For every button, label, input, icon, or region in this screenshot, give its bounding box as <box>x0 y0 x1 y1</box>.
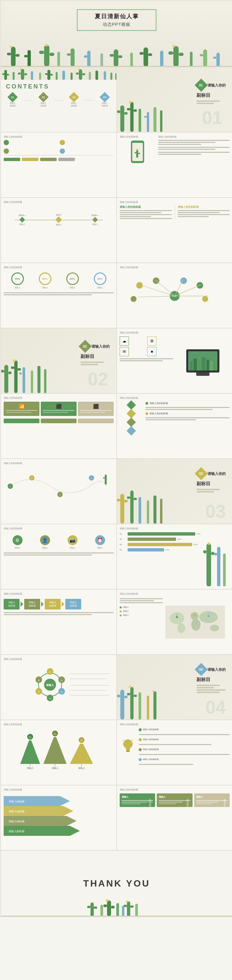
circles-row: 75% 请输入 60% 请输入 85% 请输入 50% 请输入 <box>4 272 114 289</box>
svg-point-58 <box>78 68 80 70</box>
svg-marker-174 <box>70 741 93 764</box>
mountain-diagram: 01 02 03 请输入 请输入 请输入 <box>4 727 114 770</box>
divider-vert <box>175 205 175 220</box>
bulb-item-4: 请输入您的副标题 <box>139 758 230 761</box>
svg-rect-22 <box>173 46 179 67</box>
svg-rect-46 <box>56 72 58 80</box>
slide-cycle: 请输入您的副标题 请输入 01 02 03 04 <box>1 655 117 720</box>
svg-rect-109 <box>105 474 107 485</box>
title-border-box: 夏日清新仙人掌 动态PPT模板 <box>77 9 156 31</box>
svg-rect-66 <box>147 112 149 132</box>
tl-diamond-1 <box>19 217 25 223</box>
svg-rect-90 <box>37 366 40 393</box>
svg-rect-16 <box>118 55 122 58</box>
svg-point-137 <box>194 614 195 616</box>
svg-rect-48 <box>71 73 73 80</box>
ccard-green: 请输入 <box>120 794 155 807</box>
svg-point-134 <box>210 625 219 632</box>
svg-marker-173 <box>43 734 67 764</box>
dot-1 <box>4 140 9 145</box>
svg-rect-163 <box>124 696 128 698</box>
slide-monitor: 请输入您的副标题 ☁ ⚙ ✉ ★ <box>117 328 232 393</box>
svg-text:请输入: 请输入 <box>46 684 54 687</box>
slide-row-6: 02 02 请输入你的 副标目 <box>1 328 232 393</box>
slide-diamonds: 请输入您的副标题 请输入您的副标题 <box>117 393 232 459</box>
svg-rect-188 <box>126 748 130 751</box>
svg-rect-211 <box>100 905 103 916</box>
svg-rect-223 <box>1 916 232 916</box>
circle-2: 60% 请输入 <box>39 272 51 289</box>
circle-1: 75% 请输入 <box>11 272 24 289</box>
ccard-tan: 请输入 <box>194 794 230 807</box>
svg-rect-1 <box>7 53 11 55</box>
section03-content: 03 请输入你的 副标目 <box>197 469 226 493</box>
svg-rect-162 <box>117 695 120 697</box>
slide-6: 请输入您的副标题 2016— 请输入 2017 请输入 2018— 请输入 <box>1 197 117 263</box>
svg-text:06: 06 <box>38 679 40 681</box>
contents-item-2: 02 请输入副标题 <box>37 94 50 107</box>
svg-rect-61 <box>124 112 128 115</box>
svg-rect-26 <box>203 49 207 67</box>
svg-line-78 <box>175 284 201 296</box>
phone-screen <box>132 143 143 161</box>
svg-rect-166 <box>133 695 137 697</box>
svg-rect-91 <box>44 369 46 393</box>
slide-wavy: 请输入您的副标题 1 2 3 4 <box>1 459 117 524</box>
phone-mockup <box>131 140 144 163</box>
slide-row-7: 请输入您的副标题 📶 ⬛ ⬛ <box>1 393 232 459</box>
svg-rect-218 <box>124 905 127 907</box>
slide-5-left: 请输入您的副标题 <box>120 135 156 194</box>
svg-rect-204 <box>148 801 149 802</box>
svg-rect-51 <box>82 73 85 75</box>
slide-mountain: 请输入您的副标题 01 02 03 请输入 请输入 <box>1 720 117 785</box>
svg-rect-55 <box>110 73 112 80</box>
slide-4: 请输入您的副标题 <box>1 132 117 197</box>
svg-rect-168 <box>147 696 149 719</box>
svg-rect-73 <box>138 153 140 154</box>
bulb-items: 请输入您的副标题 请输入您的副标题 请输入您的副标题 <box>139 728 230 766</box>
section04-content: 04 请输入你的 副标目 <box>197 665 226 694</box>
svg-point-170 <box>129 686 132 688</box>
section04-watermark: 04 <box>205 697 226 718</box>
svg-point-57 <box>20 68 22 70</box>
svg-rect-35 <box>2 73 4 75</box>
section03-cactus <box>117 477 170 523</box>
svg-rect-126 <box>223 554 226 586</box>
slide-colored-cards: 请输入您的副标题 请输入 请输入 <box>117 785 232 850</box>
svg-rect-38 <box>21 69 24 80</box>
svg-rect-7 <box>49 53 54 56</box>
svg-rect-120 <box>160 499 162 523</box>
diamond-pattern: 请输入您的副标题 <box>120 396 143 456</box>
cycle-diagram: 请输入 01 02 03 04 05 06 <box>4 662 114 705</box>
slide-row-14: THANK YOU <box>1 850 232 917</box>
icon-item-2: 👤 请输入 <box>40 535 50 549</box>
svg-rect-82 <box>1 370 4 372</box>
svg-rect-72 <box>135 152 137 153</box>
monitor-left: 请输入您的副标题 ☁ ⚙ ✉ ★ <box>120 331 173 390</box>
section-01-label: 请输入你的 <box>208 83 226 88</box>
svg-rect-5 <box>44 45 49 67</box>
step-2: 请输入副标题 <box>24 599 40 609</box>
svg-rect-24 <box>179 53 184 56</box>
slide-row-3: 请输入您的副标题 <box>1 132 232 197</box>
svg-rect-119 <box>153 495 156 523</box>
svg-rect-110 <box>103 477 105 479</box>
svg-rect-63 <box>127 108 130 110</box>
title-sub: 动态PPT模板 <box>87 22 146 27</box>
svg-text:请输入副标题: 请输入副标题 <box>9 820 24 823</box>
bulb-item-1: 请输入您的副标题 <box>139 728 230 731</box>
svg-line-76 <box>156 280 175 296</box>
dot-4 <box>60 148 65 154</box>
thank-text: THANK YOU <box>83 878 150 889</box>
svg-rect-216 <box>122 906 124 916</box>
svg-rect-12 <box>84 55 87 58</box>
section-num-watermark: 01 <box>202 109 222 127</box>
svg-rect-217 <box>127 902 130 916</box>
diamond-text-area: 请输入您的副标题 请输入您的副标题 <box>146 396 230 456</box>
svg-rect-167 <box>138 692 141 719</box>
card-green: ⬛ <box>41 402 76 416</box>
arrows-diagram: 请输入副标题 请输入副标题 请输入副标题 请输入副标题 <box>4 793 114 836</box>
svg-text:02: 02 <box>54 733 56 735</box>
svg-rect-214 <box>111 906 115 908</box>
svg-rect-0 <box>11 47 16 67</box>
